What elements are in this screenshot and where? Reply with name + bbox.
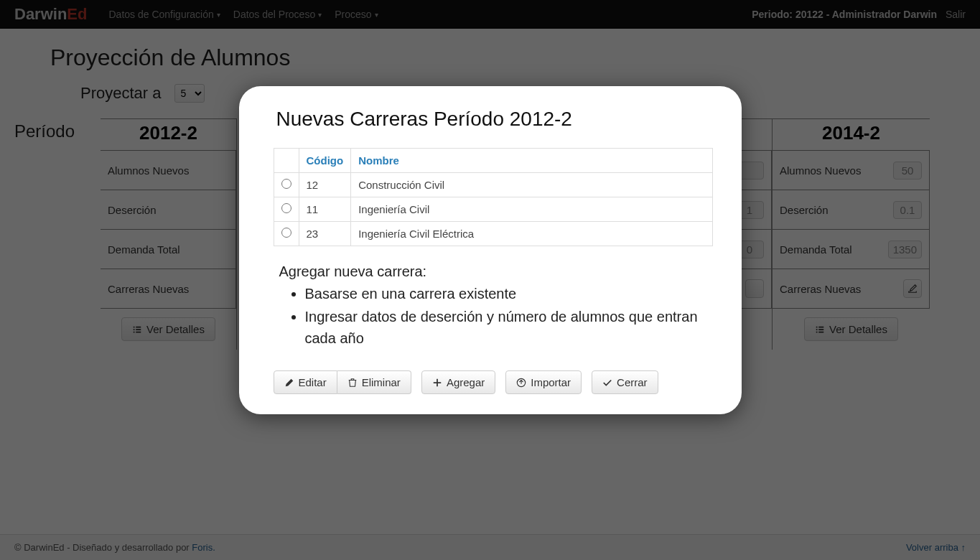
row-radio[interactable] xyxy=(281,179,291,189)
row-radio[interactable] xyxy=(281,228,291,238)
careers-modal: Nuevas Carreras Período 2012-2 Código No… xyxy=(239,86,742,414)
th-codigo[interactable]: Código xyxy=(299,149,351,173)
row-name: Ingeniería Civil Eléctrica xyxy=(351,222,712,246)
row-code: 11 xyxy=(299,197,351,222)
add-career-section: Agregar nueva carrera: Basarse en una ca… xyxy=(279,263,713,349)
th-radio xyxy=(274,149,299,173)
add-bullet: Basarse en una carrera existente xyxy=(305,283,713,304)
row-code: 12 xyxy=(299,173,351,197)
add-heading: Agregar nueva carrera: xyxy=(279,263,713,280)
row-name: Construcción Civil xyxy=(351,173,712,197)
modal-title: Nuevas Carreras Período 2012-2 xyxy=(276,108,713,131)
row-code: 23 xyxy=(299,222,351,246)
modal-overlay: Nuevas Carreras Período 2012-2 Código No… xyxy=(0,0,980,560)
table-row[interactable]: 11 Ingeniería Civil xyxy=(274,197,712,222)
editar-button[interactable]: Editar xyxy=(274,370,337,394)
trash-icon xyxy=(347,378,358,388)
table-row[interactable]: 12 Construcción Civil xyxy=(274,173,712,197)
careers-table: Código Nombre 12 Construcción Civil 11 I… xyxy=(274,148,713,246)
agregar-button[interactable]: Agregar xyxy=(421,370,495,394)
eliminar-button[interactable]: Eliminar xyxy=(337,370,411,394)
check-icon xyxy=(602,378,612,388)
add-bullet: Ingresar datos de deserción y número de … xyxy=(305,306,713,349)
upload-icon xyxy=(516,378,526,388)
th-nombre[interactable]: Nombre xyxy=(351,149,712,173)
table-row[interactable]: 23 Ingeniería Civil Eléctrica xyxy=(274,222,712,246)
row-radio[interactable] xyxy=(281,203,291,213)
pencil-icon xyxy=(284,378,294,388)
plus-icon xyxy=(432,378,442,388)
importar-button[interactable]: Importar xyxy=(505,370,582,394)
row-name: Ingeniería Civil xyxy=(351,197,712,222)
modal-buttons: Editar Eliminar Agregar Importar Cerrar xyxy=(274,370,713,394)
cerrar-button[interactable]: Cerrar xyxy=(592,370,658,394)
